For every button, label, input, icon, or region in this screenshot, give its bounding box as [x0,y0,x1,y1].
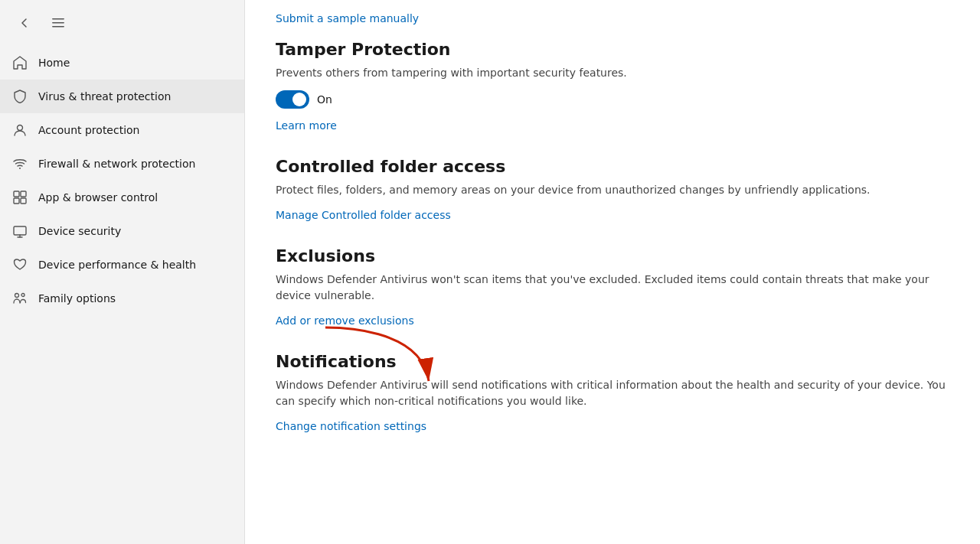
tamper-protection-section: Tamper Protection Prevents others from t… [276,40,949,132]
device-icon [12,223,28,239]
tamper-protection-title: Tamper Protection [276,40,949,59]
svg-rect-2 [52,26,64,28]
home-icon [12,55,28,70]
sidebar-item-family[interactable]: Family options [0,282,244,315]
heart-icon [12,257,28,272]
svg-rect-9 [14,226,26,235]
submit-sample-link[interactable]: Submit a sample manually [276,0,949,40]
tamper-protection-toggle[interactable] [276,90,309,109]
sidebar-header [0,0,244,46]
change-notification-settings-link[interactable]: Change notification settings [276,420,426,432]
shield-icon [12,89,28,104]
sidebar-item-device-perf-label: Device performance & health [38,259,196,271]
main-content: Submit a sample manually Tamper Protecti… [245,0,980,544]
notifications-title: Notifications [276,352,949,371]
manage-controlled-folder-link[interactable]: Manage Controlled folder access [276,209,451,221]
notifications-desc: Windows Defender Antivirus will send not… [276,377,949,409]
svg-point-10 [15,294,19,298]
sidebar-item-firewall-label: Firewall & network protection [38,158,195,170]
sidebar-item-family-label: Family options [38,292,116,305]
exclusions-desc: Windows Defender Antivirus won't scan it… [276,272,949,304]
svg-point-11 [21,294,24,297]
back-icon [20,18,29,28]
svg-rect-6 [21,191,26,197]
back-button[interactable] [12,11,37,35]
add-remove-exclusions-link[interactable]: Add or remove exclusions [276,314,414,327]
svg-point-3 [18,125,23,131]
sidebar-item-firewall[interactable]: Firewall & network protection [0,147,244,181]
family-icon [12,291,28,306]
hamburger-icon [52,18,64,28]
toggle-on-label: On [317,93,332,106]
notifications-section: Notifications Windows Defender Antivirus… [276,352,949,433]
app-icon [12,190,28,205]
sidebar-item-device-security[interactable]: Device security [0,214,244,248]
sidebar-item-home[interactable]: Home [0,46,244,80]
exclusions-section: Exclusions Windows Defender Antivirus wo… [276,246,949,327]
sidebar-item-account-label: Account protection [38,124,140,136]
svg-rect-7 [14,198,19,204]
arrow-container: Add or remove exclusions [276,313,414,327]
sidebar-item-device-perf[interactable]: Device performance & health [0,248,244,282]
svg-rect-1 [52,22,64,24]
svg-point-4 [19,168,21,169]
sidebar-item-virus[interactable]: Virus & threat protection [0,80,244,113]
tamper-protection-desc: Prevents others from tampering with impo… [276,65,949,81]
toggle-thumb [292,93,306,106]
sidebar-item-app-browser-label: App & browser control [38,191,158,204]
sidebar-item-home-label: Home [38,57,70,69]
svg-rect-8 [21,198,26,204]
sidebar-item-account[interactable]: Account protection [0,113,244,147]
exclusions-title: Exclusions [276,246,949,265]
sidebar-item-virus-label: Virus & threat protection [38,90,171,103]
controlled-folder-section: Controlled folder access Protect files, … [276,157,949,222]
sidebar: Home Virus & threat protection Account p… [0,0,245,544]
wifi-icon [12,156,28,171]
person-icon [12,122,28,138]
sidebar-item-device-security-label: Device security [38,225,121,237]
svg-rect-5 [14,191,19,197]
controlled-folder-desc: Protect files, folders, and memory areas… [276,182,949,198]
learn-more-link[interactable]: Learn more [276,119,337,132]
sidebar-item-app-browser[interactable]: App & browser control [0,181,244,214]
hamburger-button[interactable] [46,11,70,35]
svg-rect-0 [52,18,64,20]
toggle-row: On [276,90,949,109]
controlled-folder-title: Controlled folder access [276,157,949,176]
